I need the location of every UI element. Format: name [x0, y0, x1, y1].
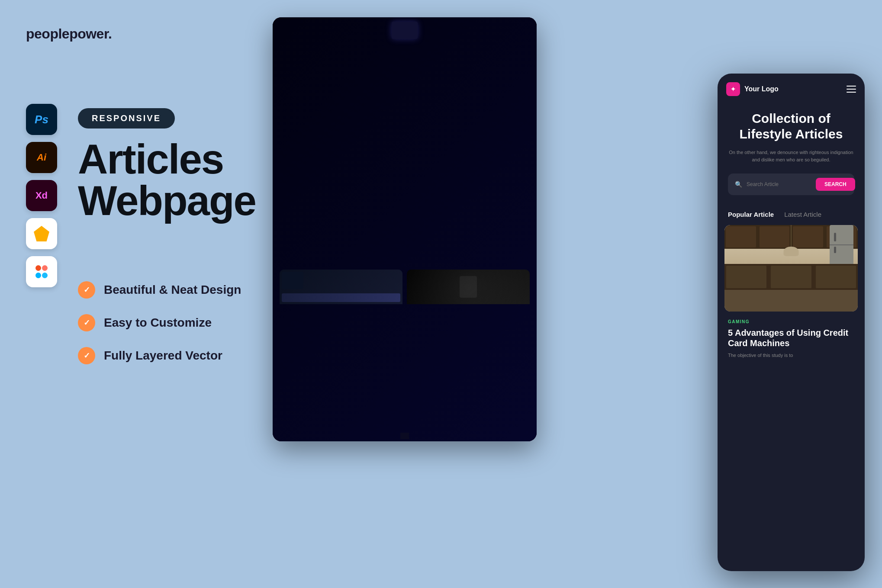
app-icons-list: Ps Ai Xd [26, 104, 57, 287]
mobile-logo: ✦ Your Logo [726, 82, 779, 96]
responsive-badge: RESPONSIVE [78, 108, 175, 129]
sketch-icon [26, 218, 57, 249]
mobile-search-button[interactable]: SEARCH [816, 178, 855, 191]
illustrator-icon: Ai [26, 142, 57, 173]
mobile-search-icon: 🔍 [735, 181, 742, 188]
mobile-tab-popular[interactable]: Popular Article [728, 211, 774, 218]
feature-text-3: Fully Layered Vector [104, 349, 222, 363]
mobile-article-image [724, 225, 858, 312]
xd-icon: Xd [26, 180, 57, 211]
article-card-4[interactable]: GAM The cor On th with... [407, 208, 530, 265]
feature-item-1: Beautiful & Neat Design [78, 281, 241, 299]
feature-item-2: Easy to Customize [78, 314, 241, 331]
mobile-tabs: Popular Article Latest Article [718, 204, 865, 222]
feature-text-2: Easy to Customize [104, 316, 212, 330]
photoshop-icon: Ps [26, 104, 57, 135]
mobile-article-tag: GAMING [728, 319, 854, 324]
hamburger-line-2 [847, 89, 856, 90]
check-icon-3 [78, 347, 95, 364]
hamburger-line-1 [847, 86, 856, 87]
mobile-article-list: GAMING 5 Advantages of Using Credit Card… [718, 222, 865, 370]
mobile-search-bar: 🔍 SEARCH [728, 174, 854, 195]
desktop-mockup: ✦ Your Logo Home Subscribe 🔍 Sign in All… [273, 17, 537, 441]
mobile-logo-text: Your Logo [744, 85, 779, 93]
mobile-search-input[interactable] [747, 181, 811, 187]
main-heading: Articles Webpage [78, 138, 256, 222]
check-icon-1 [78, 281, 95, 299]
mobile-mockup: ✦ Your Logo Collection of Lifestyle Arti… [718, 74, 865, 571]
mobile-hero: Collection of Lifestyle Articles On the … [718, 102, 865, 204]
feature-text-1: Beautiful & Neat Design [104, 283, 241, 297]
figma-icon [26, 256, 57, 287]
mobile-logo-icon: ✦ [726, 82, 740, 96]
mobile-article-desc: The objective of this study is to [728, 352, 854, 359]
feature-item-3: Fully Layered Vector [78, 347, 241, 364]
mobile-article-title: 5 Advantages of Using Credit Card Machin… [728, 328, 854, 348]
mobile-tab-latest[interactable]: Latest Article [784, 211, 821, 218]
features-list: Beautiful & Neat Design Easy to Customiz… [78, 281, 241, 364]
mobile-nav: ✦ Your Logo [718, 74, 865, 102]
article-img-4 [407, 208, 530, 243]
desktop-articles-grid: GAMING The basis of making the correct s… [273, 146, 537, 327]
mobile-hero-subtitle: On the other hand, we denounce with righ… [728, 149, 854, 163]
mobile-article-info: GAMING 5 Advantages of Using Credit Card… [724, 318, 858, 366]
check-icon-2 [78, 314, 95, 331]
hamburger-menu[interactable] [847, 86, 856, 93]
hamburger-line-3 [847, 92, 856, 93]
brand-name: peoplepower. [26, 26, 242, 42]
mobile-hero-title: Collection of Lifestyle Articles [728, 111, 854, 142]
